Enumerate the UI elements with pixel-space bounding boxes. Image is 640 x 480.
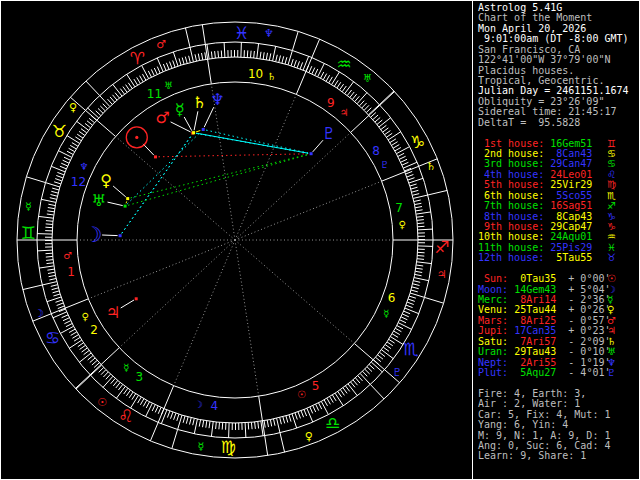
text: + 0°23' — [556, 325, 610, 336]
house-cusp-line — [296, 39, 319, 94]
planet-glyph-merc: ☿ — [175, 100, 185, 119]
sign-glyph-virgo: ♍ — [221, 437, 236, 457]
text: Nept: — [478, 357, 514, 368]
degree-tick — [247, 50, 248, 57]
degree-tick — [393, 145, 399, 149]
degree-tick — [375, 118, 380, 123]
degree-tick — [251, 51, 252, 58]
degree-tick — [132, 394, 136, 400]
degree-tick — [400, 320, 406, 323]
degree-tick — [103, 376, 113, 387]
degree-tick — [202, 53, 203, 60]
degree-tick — [129, 392, 133, 398]
degree-tick — [414, 200, 421, 202]
degree-tick — [285, 57, 287, 64]
text: Sun: — [478, 273, 514, 284]
planet-icon: ♇ — [607, 368, 616, 379]
degree-tick — [414, 278, 429, 281]
house-cusp-line — [259, 396, 268, 455]
degree-tick — [146, 403, 153, 416]
degree-tick — [103, 104, 108, 109]
house-ruler-icon: ♆ — [80, 161, 89, 172]
degree-tick — [318, 63, 325, 76]
house-cusp-center-line — [235, 181, 382, 240]
degree-tick — [224, 42, 225, 57]
sign-boundary — [292, 31, 298, 50]
degree-tick — [190, 418, 192, 425]
degree-tick — [79, 131, 85, 135]
degree-tick — [332, 395, 336, 401]
degree-tick — [346, 386, 350, 392]
text: Learn: 9, Share: 1 — [478, 450, 586, 461]
degree-tick — [52, 288, 59, 290]
degree-tick — [263, 52, 264, 59]
degree-tick — [417, 256, 424, 257]
sign-boundary — [370, 385, 384, 400]
text: Jupi: — [478, 325, 514, 336]
house-cusp-center-line — [235, 132, 351, 240]
degree-tick — [418, 226, 425, 227]
text: Julian Day = 2461151.1674 — [478, 85, 629, 96]
degree-tick — [54, 182, 61, 184]
degree-tick — [186, 417, 188, 424]
degree-tick — [345, 82, 354, 94]
text: Obliquity = 23°26'09" — [478, 96, 604, 107]
planet-dot-plut — [310, 152, 313, 155]
degree-tick — [315, 69, 318, 75]
degree-tick — [72, 335, 78, 339]
degree-tick — [366, 108, 371, 113]
degree-tick — [174, 413, 176, 420]
degree-tick — [46, 256, 53, 257]
house-ruler-icon: ♄ — [267, 71, 276, 82]
degree-tick — [48, 204, 55, 205]
degree-tick — [291, 59, 293, 66]
text: 5Aqu27 — [514, 367, 556, 378]
degree-tick — [89, 118, 94, 122]
text: - 0°57' — [556, 315, 610, 326]
degree-tick — [80, 345, 86, 349]
house-number-5: 5 — [312, 379, 320, 393]
degree-tick — [338, 391, 342, 397]
degree-tick — [126, 85, 130, 91]
cancer-ruler-icon: ☽ — [34, 307, 44, 320]
degree-tick — [294, 60, 296, 67]
degree-tick — [189, 56, 191, 63]
degree-tick — [398, 153, 404, 156]
text: - 2°09' — [556, 336, 610, 347]
degree-tick — [182, 58, 184, 65]
text: 8Ari25 — [514, 315, 556, 326]
text: Sidereal time: 21:45:17 — [478, 106, 616, 117]
aquarius-ruler-icon: ♅ — [363, 72, 373, 85]
planet-pointer — [108, 202, 123, 206]
text: Merc: — [478, 294, 514, 305]
degree-tick — [392, 142, 398, 146]
degree-tick — [413, 284, 420, 286]
degree-tick — [116, 383, 120, 389]
degree-tick — [100, 96, 110, 107]
degree-tick — [347, 90, 351, 96]
degree-tick — [53, 291, 60, 293]
degree-tick — [47, 211, 54, 212]
degree-tick — [415, 271, 422, 272]
degree-tick — [276, 55, 278, 62]
house-number-10: 10 — [248, 67, 263, 81]
house-cusp-center-line — [119, 240, 235, 348]
sign-glyph-pisces: ♓ — [234, 23, 249, 43]
degree-tick — [327, 398, 331, 404]
degree-tick — [46, 253, 53, 254]
degree-tick — [398, 323, 411, 330]
sign-glyph-scorpio: ♏ — [403, 339, 418, 359]
degree-tick — [412, 287, 419, 289]
gemini-ruler-icon: ☿ — [25, 200, 32, 213]
degree-tick — [56, 176, 63, 178]
planet-glyph-venu: ♀ — [100, 171, 112, 190]
degree-tick — [158, 407, 161, 413]
info-line: DeltaT = 95.5828 — [478, 118, 636, 128]
degree-tick — [69, 340, 82, 348]
degree-tick — [357, 93, 367, 104]
degree-tick — [381, 350, 393, 359]
degree-tick — [360, 374, 370, 385]
degree-tick — [108, 99, 113, 104]
degree-tick — [365, 369, 370, 374]
degree-tick — [47, 263, 54, 264]
